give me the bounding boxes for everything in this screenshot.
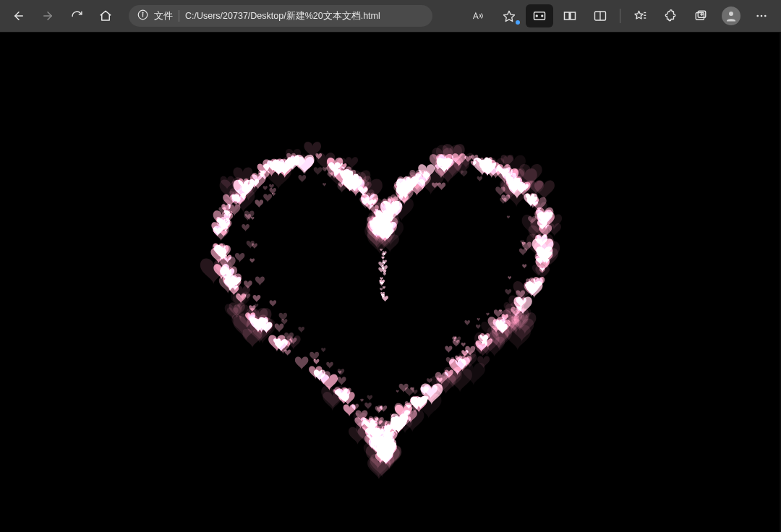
tab-plus-icon bbox=[694, 9, 707, 22]
heart-canvas bbox=[0, 33, 781, 532]
svg-marker-12 bbox=[635, 11, 643, 19]
favorites-list-button[interactable] bbox=[626, 4, 654, 27]
page-info-icon[interactable] bbox=[137, 9, 148, 22]
profile-button[interactable] bbox=[717, 4, 745, 27]
add-tab-button[interactable] bbox=[687, 4, 714, 27]
svg-point-23 bbox=[764, 15, 767, 17]
puzzle-icon bbox=[664, 9, 677, 22]
address-url: C:/Users/20737/Desktop/新建%20文本文档.html bbox=[185, 10, 424, 22]
star-list-icon bbox=[633, 9, 646, 22]
read-aloud-icon bbox=[472, 10, 485, 22]
extensions-button[interactable] bbox=[657, 4, 684, 27]
address-bar[interactable]: 文件 C:/Users/20737/Desktop/新建%20文本文档.html bbox=[129, 5, 432, 27]
forward-button[interactable] bbox=[35, 4, 61, 27]
back-button[interactable] bbox=[6, 4, 32, 27]
browser-toolbar: 文件 C:/Users/20737/Desktop/新建%20文本文档.html bbox=[0, 0, 781, 33]
svg-marker-5 bbox=[504, 11, 515, 21]
home-icon bbox=[99, 9, 112, 22]
arrow-left-icon bbox=[12, 9, 25, 22]
devtools-button[interactable] bbox=[526, 4, 553, 27]
svg-point-7 bbox=[536, 15, 537, 17]
svg-rect-16 bbox=[696, 13, 704, 20]
collections-button[interactable] bbox=[556, 4, 584, 27]
devtools-icon bbox=[533, 11, 546, 21]
favorite-button[interactable] bbox=[495, 4, 523, 27]
ellipsis-icon bbox=[755, 9, 768, 22]
arrow-right-icon bbox=[41, 9, 54, 22]
menu-button[interactable] bbox=[748, 4, 775, 27]
split-icon bbox=[594, 10, 607, 22]
svg-point-20 bbox=[729, 12, 733, 16]
split-screen-button[interactable] bbox=[586, 4, 614, 27]
address-separator bbox=[179, 10, 179, 22]
read-aloud-button[interactable] bbox=[465, 4, 492, 27]
avatar-icon bbox=[722, 7, 741, 25]
refresh-button[interactable] bbox=[64, 4, 90, 27]
book-icon bbox=[563, 10, 577, 22]
star-icon bbox=[503, 9, 516, 22]
refresh-icon bbox=[71, 10, 83, 22]
svg-point-8 bbox=[542, 15, 543, 17]
address-prefix: 文件 bbox=[154, 10, 173, 22]
svg-point-21 bbox=[756, 15, 759, 17]
svg-point-22 bbox=[761, 15, 763, 17]
page-viewport bbox=[0, 33, 781, 532]
toolbar-separator bbox=[620, 9, 620, 23]
svg-point-4 bbox=[142, 12, 143, 13]
home-button[interactable] bbox=[93, 4, 119, 27]
